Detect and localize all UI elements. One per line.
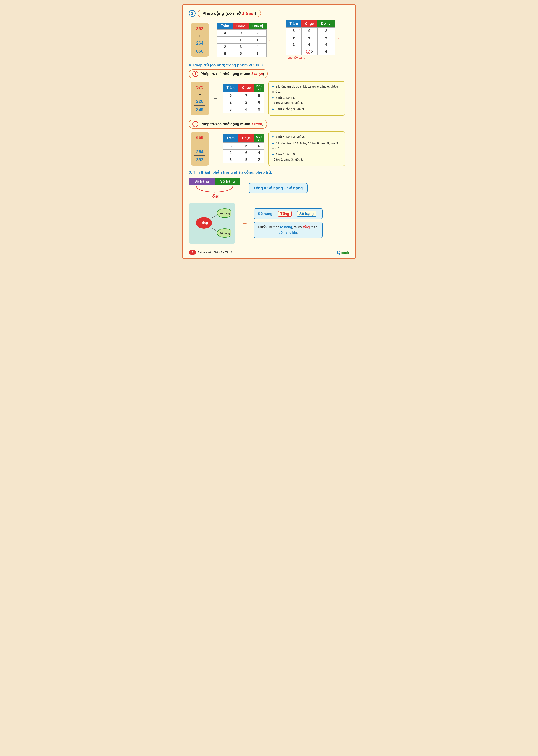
- arrow-right-icon: →: [241, 220, 248, 227]
- table-row: 15 6: [286, 48, 335, 55]
- formula2-area: Số hạng = Tổng – Số hạng Muốn tìm một số…: [254, 208, 323, 238]
- chuc-header-left: Chục: [233, 23, 249, 29]
- note-item: ● 6 trừ 4 bằng 2, viết 2.: [272, 134, 342, 140]
- note-item: ● 7 trừ 1 bằng 6, 6 trừ 2 bằng 4, viết 4…: [272, 95, 342, 105]
- tong-label: Tổng: [210, 194, 220, 199]
- arrow-left-2: ←: [281, 37, 285, 42]
- table-row: 349: [223, 106, 264, 113]
- section3-header: 3. Tìm thành phần trong phép cộng, phép …: [189, 170, 349, 175]
- pheptru2-circle: 2: [192, 121, 198, 127]
- footer-label: Bài tập tuần Toán 3 • Tập 1: [197, 251, 232, 254]
- arrow-right-chuc: ←: [337, 35, 341, 40]
- calc-tru-1: 575 – 226 349: [191, 82, 209, 115]
- chuyen-sang-label: chuyển sang: [288, 56, 305, 60]
- sh-formula-box: Số hạng: [297, 211, 316, 217]
- table-row: 264: [223, 149, 264, 156]
- pheptru2-area: 656 – 264 392 – Trăm Chục Đơnvị 656 264: [191, 131, 349, 166]
- pheptru2-title: Phép trừ (có nhớ dạng mượn 1 trăm): [200, 122, 263, 126]
- note-item: ● 6 trừ 1 bằng 5, 5 trừ 2 bằng 3, viết 3…: [272, 152, 342, 162]
- table-row: 6 5 6: [217, 50, 267, 57]
- donvi-header-left: Đơn vị: [249, 23, 267, 29]
- place-table-right: Trăm Chục Đơn vị 3↗ 9 2 + +: [286, 21, 336, 55]
- pheptru1-notes: ● 5 không trừ được 6, lấy 15 trừ 6 bằng …: [268, 81, 345, 116]
- tram-header-left: Trăm: [217, 23, 233, 29]
- diagram-area: Số hạng Số hạng Tổng Tổng = Số hạng + Số…: [189, 178, 349, 199]
- mindmap-container: Tổng Số hạng Số hạng: [189, 203, 235, 244]
- place-table-left: Trăm Chục Đơn vị 4 9 2 + + +: [217, 23, 267, 57]
- formula2-box: Số hạng = Tổng – Số hạng: [254, 208, 323, 219]
- calc-box-left: 392 + 264 656: [191, 23, 209, 57]
- footer: 4 Bài tập tuần Toán 3 • Tập 1 Qbook: [189, 248, 349, 255]
- table-row: 2 6 4: [286, 41, 335, 48]
- chuc-header-right: Chục: [301, 21, 317, 27]
- pheptru1-header: 1 Phép trừ (có nhớ dạng mượn 1 chục): [189, 69, 268, 78]
- tram-h1: Trăm: [223, 84, 239, 92]
- table-row: 392: [223, 156, 264, 163]
- donvi-header-right: Đơn vị: [317, 21, 335, 27]
- table-row: 4 9 2: [217, 29, 267, 36]
- table-row: 2 6 4: [217, 43, 267, 50]
- pheptru2-header: 2 Phép trừ (có nhớ dạng mượn 1 trăm): [189, 120, 267, 129]
- pheptru2-table: Trăm Chục Đơnvị 656 264 392: [223, 134, 264, 163]
- so-hang-box2: Số hạng: [215, 178, 241, 185]
- note-item: ● 5 không trừ được 6, lấy 15 trừ 6 bằng …: [272, 141, 342, 151]
- arrow-between-donvi: ←: [275, 38, 279, 42]
- formula1-box: Tổng = Số hạng + Số hạng: [248, 183, 308, 193]
- muon-tim-box: Muốn tìm một số hạng, ta lấy tổng trừ đi…: [254, 222, 323, 238]
- section-b-title: b. Phép trừ (có nhớ) trong phạm vi 1 000…: [189, 63, 349, 67]
- table-row: 656: [223, 143, 264, 149]
- table-group-right: Trăm Chục Đơn vị 3↗ 9 2 + +: [286, 21, 349, 60]
- table-row: 226: [223, 99, 264, 106]
- mindmap-svg: Tổng Số hạng Số hạng: [193, 207, 231, 239]
- table-row: 3↗ 9 2: [286, 27, 335, 34]
- so-hang-row: Số hạng Số hạng: [189, 178, 241, 185]
- section2-circle: 2: [189, 10, 195, 17]
- tram-h2: Trăm: [223, 134, 239, 143]
- right-table-row: Trăm Chục Đơn vị 3↗ 9 2 + +: [286, 21, 349, 55]
- pheptru1-circle: 1: [192, 71, 198, 77]
- section2-title: Phép cộng (có nhớ 1 trăm): [197, 10, 261, 17]
- tong-formula-box: Tổng: [278, 211, 292, 217]
- svg-text:Số hạng: Số hạng: [219, 232, 230, 235]
- donvi-h1: Đơnvị: [254, 84, 264, 92]
- arrow-between-chuc: ←: [268, 38, 272, 42]
- arrow-right-donvi: ←: [344, 35, 348, 40]
- page: 2 Phép cộng (có nhớ 1 trăm) 392 + 264 65…: [182, 4, 356, 259]
- pheptru2-notes: ● 6 trừ 4 bằng 2, viết 2. ● 5 không trừ …: [268, 131, 345, 166]
- mindmap-section: Tổng Số hạng Số hạng → Số hạng = Tổng – …: [189, 203, 349, 244]
- section2-header: 2 Phép cộng (có nhớ 1 trăm): [189, 10, 349, 17]
- table-group-left: Trăm Chục Đơn vị 4 9 2 + + +: [217, 23, 280, 57]
- calc-tru-2: 656 – 264 392: [191, 132, 209, 166]
- arrow-left-1: ←: [212, 37, 216, 42]
- so-hang-box1: Số hạng: [189, 178, 215, 185]
- footer-page-num: 4: [189, 250, 196, 255]
- table-row: + + +: [286, 34, 335, 41]
- footer-logo: Qbook: [337, 250, 349, 255]
- tru-sign-2: –: [214, 145, 217, 152]
- chuc-h1: Chục: [238, 84, 254, 92]
- pheptru1-title: Phép trừ (có nhớ dạng mượn 1 chục): [200, 72, 264, 76]
- addition-area: 392 + 264 656 ← Trăm Chục Đơn vị 4: [191, 21, 349, 60]
- pheptru1-table: Trăm Chục Đơnvị 575 226 349: [223, 84, 264, 113]
- pheptru1-area: 575 – 226 349 – Trăm Chục Đơnvị 575 226: [191, 81, 349, 116]
- donvi-h2: Đơnvị: [254, 134, 264, 143]
- note-item: ● 5 trừ 2 bằng 3, viết 3.: [272, 106, 342, 112]
- table-row: 575: [223, 92, 264, 99]
- svg-text:Tổng: Tổng: [200, 221, 208, 225]
- tru-sign-1: –: [214, 95, 217, 102]
- footer-left: 4 Bài tập tuần Toán 3 • Tập 1: [189, 250, 232, 255]
- bracket-svg: [194, 185, 235, 193]
- circle-1: 1: [306, 50, 310, 54]
- bracket-box: Số hạng Số hạng Tổng: [189, 178, 241, 199]
- svg-text:Số hạng: Số hạng: [219, 212, 230, 215]
- tram-header-right: Trăm: [286, 21, 301, 27]
- note-item: ● 5 không trừ được 6, lấy 15 trừ 6 bằng …: [272, 84, 342, 94]
- chuc-h2: Chục: [238, 134, 254, 143]
- table-row: + + +: [217, 36, 267, 43]
